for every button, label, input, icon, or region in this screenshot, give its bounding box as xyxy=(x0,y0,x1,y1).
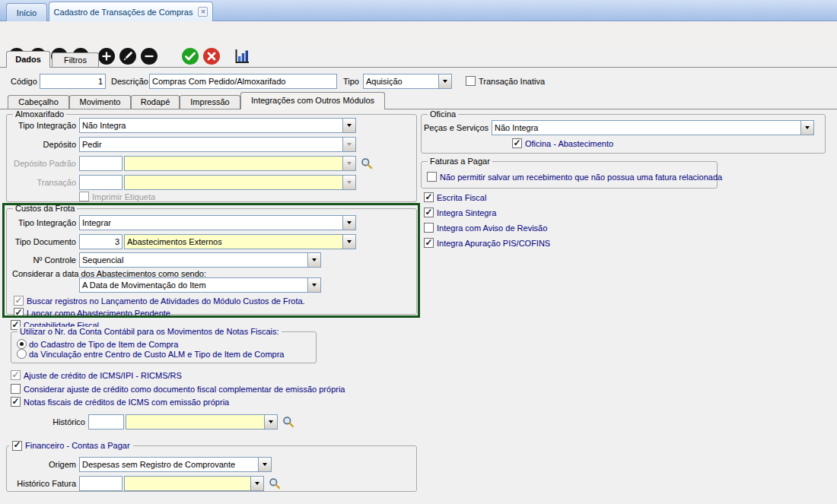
historico-fatura-code-input[interactable] xyxy=(79,476,123,491)
considerar-ajuste-checkbox[interactable] xyxy=(11,384,21,394)
lancar-pendente-checkbox[interactable] xyxy=(14,308,24,318)
chevron-down-icon xyxy=(312,284,317,287)
custos-frota-group-title: Custos da Frota xyxy=(13,204,77,214)
app-window: Início Cadastro de Transações de Compras… xyxy=(0,0,837,504)
tipo-documento-select[interactable]: Abastecimentos Externos xyxy=(124,234,356,249)
deposito-padrao-select[interactable] xyxy=(124,156,356,171)
dropdown-button[interactable] xyxy=(307,253,320,267)
deposito-padrao-value xyxy=(125,157,342,170)
descricao-input[interactable]: Compras Com Pedido/Almoxarifado xyxy=(149,74,337,89)
tab-impressao[interactable]: Impressão xyxy=(180,95,240,109)
imprimir-etiqueta-checkbox[interactable] xyxy=(79,192,89,201)
tab-dados[interactable]: Dados xyxy=(6,51,50,68)
dropdown-button[interactable] xyxy=(307,278,320,292)
radio-vinculacao-centro-custo[interactable] xyxy=(17,349,27,359)
search-icon[interactable] xyxy=(282,416,294,428)
dropdown-button[interactable] xyxy=(342,138,355,151)
transacao-label: Transação xyxy=(8,175,76,190)
pecas-servicos-label: Peças e Serviços xyxy=(420,120,489,135)
dropdown-button[interactable] xyxy=(342,216,355,230)
tab-rodape[interactable]: Rodapé xyxy=(131,95,180,109)
chevron-down-icon xyxy=(347,181,352,184)
dropdown-button[interactable] xyxy=(342,176,355,189)
origem-select[interactable]: Despesas sem Registro de Comprovante xyxy=(79,457,272,472)
deposito-select[interactable]: Pedir xyxy=(79,137,356,152)
historico-fatura-value xyxy=(125,477,250,490)
search-icon[interactable] xyxy=(269,477,281,490)
dropdown-button[interactable] xyxy=(342,235,355,249)
frota-tipo-integracao-label: Tipo Integração xyxy=(8,215,76,230)
search-icon[interactable] xyxy=(361,157,373,170)
confirm-button[interactable] xyxy=(181,47,199,65)
dropdown-button[interactable] xyxy=(800,121,813,135)
radio-cadastro-tipo-item[interactable] xyxy=(17,339,27,349)
tab-cadastro-label: Cadastro de Transações de Compras xyxy=(54,8,193,17)
historico-select[interactable] xyxy=(126,414,278,430)
pencil-icon xyxy=(119,47,137,65)
escrita-fiscal-label: Escrita Fiscal xyxy=(437,192,486,203)
tab-filtros[interactable]: Filtros xyxy=(52,52,99,67)
deposito-padrao-label: Depósito Padrão xyxy=(8,156,76,171)
chevron-down-icon xyxy=(312,258,317,262)
tab-cabecalho[interactable]: Cabeçalho xyxy=(8,95,69,109)
dropdown-button[interactable] xyxy=(258,458,271,471)
almox-tipo-integracao-select[interactable]: Não Integra xyxy=(79,118,356,133)
chevron-down-icon xyxy=(263,463,267,466)
buscar-registros-checkbox[interactable] xyxy=(14,296,24,306)
nao-permitir-salvar-checkbox[interactable] xyxy=(427,172,437,182)
historico-fatura-select[interactable] xyxy=(124,476,264,491)
dropdown-button[interactable] xyxy=(264,415,277,429)
tab-cabecalho-label: Cabeçalho xyxy=(18,97,59,106)
codigo-input[interactable]: 1 xyxy=(40,74,106,89)
escrita-fiscal-checkbox[interactable] xyxy=(424,192,434,202)
dropdown-button[interactable] xyxy=(342,119,355,132)
integra-apuracao-label: Integra Apuração PIS/COFINS xyxy=(437,238,550,249)
notas-fiscais-checkbox[interactable] xyxy=(11,397,21,407)
ajuste-credito-checkbox[interactable] xyxy=(11,370,21,380)
chart-button[interactable] xyxy=(233,47,251,65)
tipo-select[interactable]: Aquisição xyxy=(363,74,452,89)
origem-value: Despesas sem Registro de Comprovante xyxy=(80,458,258,471)
chevron-down-icon xyxy=(347,240,352,243)
transacao-select[interactable] xyxy=(124,175,356,190)
dropdown-button[interactable] xyxy=(250,477,263,490)
chevron-down-icon xyxy=(347,162,352,165)
num-controle-select[interactable]: Sequencial xyxy=(79,252,321,268)
tab-movimento[interactable]: Movimento xyxy=(69,95,131,109)
tipo-documento-label: Tipo Documento xyxy=(8,234,76,249)
tipo-documento-code-input[interactable]: 3 xyxy=(79,234,123,249)
deposito-padrao-code-input[interactable] xyxy=(79,156,123,171)
almox-tipo-integracao-value: Não Integra xyxy=(80,119,342,132)
dropdown-button[interactable] xyxy=(342,157,355,170)
radio-cadastro-label: do Cadastro de Tipo de Item de Compra xyxy=(29,339,178,350)
tab-integracoes[interactable]: Integrações com Outros Módulos xyxy=(240,92,385,109)
bar-chart-icon xyxy=(233,47,251,65)
integra-sintegra-checkbox[interactable] xyxy=(424,208,434,217)
add-record-button[interactable] xyxy=(97,47,116,65)
delete-record-button[interactable] xyxy=(140,47,158,65)
edit-record-button[interactable] xyxy=(119,47,137,65)
chevron-down-icon xyxy=(347,124,352,127)
historico-code-input[interactable] xyxy=(88,414,124,430)
almox-tipo-integracao-label: Tipo Integração xyxy=(8,118,76,133)
chevron-down-icon xyxy=(347,143,352,146)
considerar-data-select[interactable]: A Data de Movimentação do Item xyxy=(79,277,321,293)
historico-label: Histórico xyxy=(30,414,85,430)
tab-inicio[interactable]: Início xyxy=(6,3,47,21)
tab-cadastro-transacoes[interactable]: Cadastro de Transações de Compras × xyxy=(49,2,213,21)
cancel-button[interactable] xyxy=(202,47,221,65)
integra-aviso-revisao-checkbox[interactable] xyxy=(424,223,434,233)
oficina-abastecimento-checkbox[interactable] xyxy=(512,138,522,148)
frota-tipo-integracao-select[interactable]: Integrar xyxy=(79,215,356,230)
considerar-data-value: A Data de Movimentação do Item xyxy=(80,278,307,292)
transacao-inativa-checkbox[interactable] xyxy=(466,76,476,86)
close-tab-icon[interactable]: × xyxy=(198,7,208,17)
financeiro-checkbox[interactable] xyxy=(12,441,22,451)
num-controle-value: Sequencial xyxy=(80,253,307,267)
transacao-code-input[interactable] xyxy=(79,175,123,190)
pecas-servicos-select[interactable]: Não Integra xyxy=(492,120,814,135)
dropdown-button[interactable] xyxy=(438,74,451,88)
integra-apuracao-checkbox[interactable] xyxy=(424,238,434,248)
ajuste-credito-label: Ajuste de crédito de ICMS/IPI - RICMS/RS xyxy=(24,370,182,381)
descricao-label: Descrição xyxy=(111,74,148,89)
